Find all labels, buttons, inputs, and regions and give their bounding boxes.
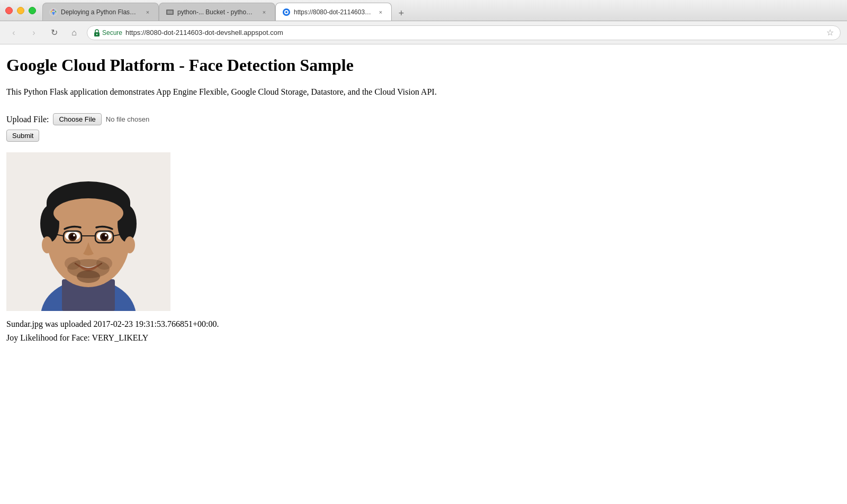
svg-point-10 <box>96 33 97 34</box>
tab-2[interactable]: python-... Bucket - python-co... × <box>159 3 275 21</box>
photo-container <box>6 152 170 311</box>
tab-1-label: Deploying a Python Flask Web <box>61 8 139 16</box>
upload-info: Sundar.jpg was uploaded 2017-02-23 19:31… <box>6 319 841 329</box>
tab-3-favicon <box>282 8 291 16</box>
page-content: Google Cloud Platform - Face Detection S… <box>0 44 847 504</box>
home-button[interactable]: ⌂ <box>67 25 82 40</box>
page-description: This Python Flask application demonstrat… <box>6 86 841 98</box>
minimize-window-button[interactable] <box>17 7 24 14</box>
address-bar-row: ‹ › ↻ ⌂ Secure https://8080-dot-2114603-… <box>0 21 847 44</box>
svg-point-8 <box>285 11 287 13</box>
back-icon: ‹ <box>12 28 15 38</box>
svg-point-35 <box>96 257 112 270</box>
maximize-window-button[interactable] <box>29 7 36 14</box>
tab-3[interactable]: https://8080-dot-2114603-d... × <box>275 3 392 21</box>
browser-window: Deploying a Python Flask Web × python-..… <box>0 0 847 504</box>
reload-icon: ↻ <box>51 28 58 38</box>
svg-point-19 <box>53 198 123 228</box>
close-window-button[interactable] <box>5 7 13 14</box>
tab-2-label: python-... Bucket - python-co... <box>177 8 256 16</box>
svg-point-36 <box>77 270 100 283</box>
tab-2-close[interactable]: × <box>260 8 268 16</box>
url-text: https://8080-dot-2114603-dot-devshell.ap… <box>125 29 283 36</box>
tab-1-close[interactable]: × <box>143 8 152 16</box>
svg-point-27 <box>105 234 107 236</box>
address-bar[interactable]: Secure https://8080-dot-2114603-dot-devs… <box>87 25 841 40</box>
svg-point-34 <box>65 257 80 270</box>
forward-icon: › <box>32 28 35 38</box>
upload-section: Upload File: Choose File No file chosen … <box>6 113 841 142</box>
new-tab-button[interactable]: + <box>394 6 409 21</box>
svg-point-37 <box>42 236 52 253</box>
joy-likelihood: Joy Likelihood for Face: VERY_LIKELY <box>6 333 841 343</box>
page-title: Google Cloud Platform - Face Detection S… <box>6 55 841 75</box>
tab-3-close[interactable]: × <box>376 8 385 16</box>
svg-point-38 <box>124 236 135 253</box>
lock-icon <box>94 29 100 36</box>
submit-button[interactable]: Submit <box>6 130 39 142</box>
tab-2-favicon <box>166 8 174 16</box>
tab-bar: Deploying a Python Flask Web × python-..… <box>42 0 842 21</box>
reload-button[interactable]: ↻ <box>47 25 61 40</box>
upload-row: Upload File: Choose File No file chosen <box>6 113 841 125</box>
svg-point-23 <box>73 234 75 236</box>
forward-button[interactable]: › <box>26 25 41 40</box>
title-bar: Deploying a Python Flask Web × python-..… <box>0 0 847 21</box>
upload-label: Upload File: <box>6 115 49 124</box>
tab-1-favicon <box>49 8 58 16</box>
secure-badge: Secure <box>94 29 122 36</box>
submit-row: Submit <box>6 130 841 142</box>
tab-3-label: https://8080-dot-2114603-d... <box>294 8 372 16</box>
traffic-lights <box>5 7 36 14</box>
back-button[interactable]: ‹ <box>6 25 21 40</box>
person-portrait <box>6 152 170 311</box>
bookmark-star-icon[interactable]: ☆ <box>826 28 834 38</box>
tab-1[interactable]: Deploying a Python Flask Web × <box>42 3 159 21</box>
home-icon: ⌂ <box>71 28 77 38</box>
choose-file-button[interactable]: Choose File <box>53 113 101 125</box>
no-file-text: No file chosen <box>106 115 149 123</box>
